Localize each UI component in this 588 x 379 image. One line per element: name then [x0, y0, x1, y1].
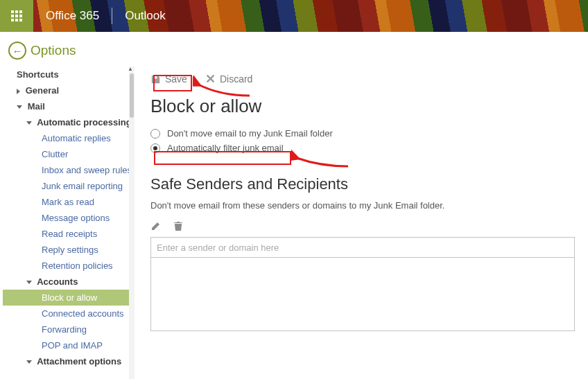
caret-right-icon: [17, 89, 20, 94]
sidebar-item-shortcuts[interactable]: Shortcuts: [3, 67, 135, 82]
sidebar-item-attachment-options[interactable]: Attachment options: [3, 353, 135, 369]
save-label: Save: [165, 73, 187, 85]
sidebar-item-accounts[interactable]: Accounts: [3, 274, 135, 290]
sidebar-scrollbar[interactable]: ▲: [129, 67, 135, 379]
sidebar-item-forwarding[interactable]: Forwarding: [3, 321, 135, 337]
toolbar: Save ✕ Discard: [150, 67, 578, 89]
sidebar-label: Mail: [28, 101, 45, 112]
safe-senders-toolbar: [150, 220, 578, 231]
sidebar-item-inbox-sweep-rules[interactable]: Inbox and sweep rules: [3, 162, 135, 178]
waffle-icon: [11, 10, 22, 21]
sidebar-item-reply-settings[interactable]: Reply settings: [3, 242, 135, 258]
options-header: ← Options: [0, 32, 588, 67]
sidebar-item-retention-policies[interactable]: Retention policies: [3, 258, 135, 274]
main-content: Save ✕ Discard Block or allow Don't move…: [135, 67, 588, 379]
top-bar: Office 365 Outlook: [0, 0, 588, 32]
save-icon: [150, 74, 161, 85]
sidebar-item-connected-accounts[interactable]: Connected accounts: [3, 306, 135, 321]
delete-icon[interactable]: [173, 220, 184, 231]
sidebar-item-mark-as-read[interactable]: Mark as read: [3, 194, 135, 210]
arrow-left-icon: ←: [12, 46, 23, 56]
sidebar-label: Shortcuts: [17, 69, 59, 80]
edit-icon[interactable]: [150, 220, 162, 231]
options-title: Options: [31, 43, 76, 58]
sidebar: Shortcuts General Mail Automatic process…: [0, 67, 135, 379]
radio-checked-icon: [150, 143, 160, 153]
sidebar-item-clutter[interactable]: Clutter: [3, 146, 135, 162]
sidebar-scroll[interactable]: Shortcuts General Mail Automatic process…: [0, 67, 135, 379]
discard-button[interactable]: ✕ Discard: [205, 73, 252, 85]
page-title: Block or allow: [150, 96, 578, 117]
discard-label: Discard: [220, 73, 252, 85]
caret-down-icon: [26, 121, 32, 125]
radio-dont-move-junk[interactable]: Don't move email to my Junk Email folder: [150, 128, 578, 139]
save-button[interactable]: Save: [150, 73, 187, 85]
caret-down-icon: [26, 360, 32, 364]
safe-senders-description: Don't move email from these senders or d…: [150, 200, 578, 211]
radio-label: Don't move email to my Junk Email folder: [167, 128, 333, 139]
caret-down-icon: [17, 105, 22, 109]
sidebar-label: Automatic processing: [37, 117, 132, 127]
close-icon: ✕: [205, 74, 216, 85]
sidebar-item-automatic-replies[interactable]: Automatic replies: [3, 130, 135, 146]
sidebar-label: Attachment options: [37, 356, 121, 367]
sidebar-item-block-or-allow[interactable]: Block or allow: [3, 290, 135, 306]
brand-label[interactable]: Office 365: [33, 9, 112, 23]
sidebar-item-mail[interactable]: Mail: [3, 98, 135, 114]
topbar-inner: Office 365 Outlook: [0, 0, 588, 32]
sidebar-item-general[interactable]: General: [3, 82, 135, 98]
safe-senders-title: Safe Senders and Recipients: [150, 175, 578, 193]
scroll-thumb[interactable]: [130, 73, 134, 118]
app-launcher-button[interactable]: [0, 0, 33, 32]
sidebar-item-automatic-processing[interactable]: Automatic processing: [3, 114, 135, 130]
sidebar-item-read-receipts[interactable]: Read receipts: [3, 226, 135, 242]
scroll-up-icon: ▲: [128, 66, 133, 72]
back-button[interactable]: ←: [8, 42, 26, 60]
radio-label: Automatically filter junk email: [167, 143, 284, 153]
sidebar-item-junk-email-reporting[interactable]: Junk email reporting: [3, 178, 135, 194]
sidebar-label: Accounts: [37, 276, 78, 287]
sender-domain-input[interactable]: [150, 237, 575, 258]
sidebar-item-message-options[interactable]: Message options: [3, 210, 135, 226]
sidebar-item-pop-and-imap[interactable]: POP and IMAP: [3, 337, 135, 353]
content-layout: Shortcuts General Mail Automatic process…: [0, 67, 588, 379]
radio-icon: [150, 129, 160, 139]
radio-auto-filter-junk[interactable]: Automatically filter junk email: [150, 143, 578, 153]
caret-down-icon: [26, 281, 32, 284]
sender-domain-list[interactable]: [150, 258, 575, 331]
app-name-label[interactable]: Outlook: [112, 9, 178, 23]
sidebar-label: General: [26, 85, 59, 96]
